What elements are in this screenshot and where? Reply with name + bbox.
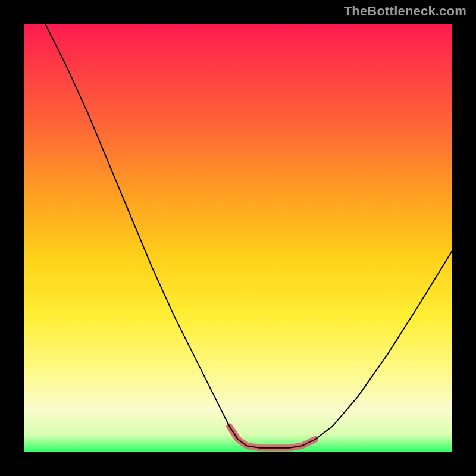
chart-frame: TheBottleneck.com <box>0 0 476 476</box>
plot-area <box>24 24 452 452</box>
curve-svg <box>24 24 452 452</box>
watermark-text: TheBottleneck.com <box>344 4 466 19</box>
main-curve-path <box>45 24 452 448</box>
valley-highlight-path <box>230 427 315 448</box>
